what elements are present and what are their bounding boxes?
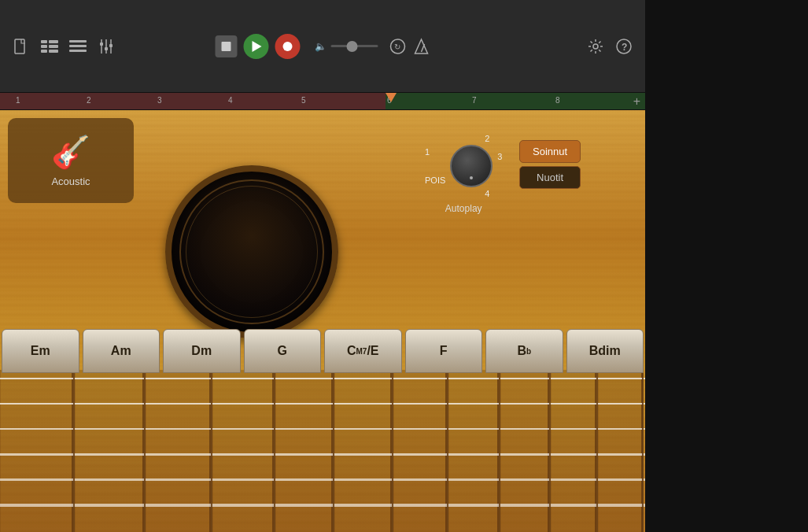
svg-rect-2 xyxy=(49,40,58,43)
knob-num-2: 2 xyxy=(485,134,489,143)
loop-icon[interactable]: ↻ xyxy=(389,38,407,55)
ruler-tick-4: 4 xyxy=(228,96,233,105)
svg-rect-13 xyxy=(100,42,103,46)
svg-text:↻: ↻ xyxy=(394,42,400,51)
soundhole xyxy=(157,157,346,346)
chord-em[interactable]: Em xyxy=(2,329,79,373)
string-5[interactable] xyxy=(0,478,645,481)
ruler-tick-2: 2 xyxy=(87,96,91,105)
ruler-tick-8: 8 xyxy=(555,96,560,105)
instrument-panel[interactable]: 🎸 Acoustic xyxy=(8,118,134,203)
autoplay-knob[interactable] xyxy=(450,145,493,187)
right-sidebar xyxy=(645,0,808,532)
volume-control: 🔈 xyxy=(315,41,378,52)
chord-g[interactable]: G xyxy=(244,329,322,373)
chord-dm[interactable]: Dm xyxy=(163,329,241,373)
svg-rect-4 xyxy=(49,45,58,48)
knob-left-labels: 1 POIS xyxy=(425,147,445,185)
chord-mode-buttons: Soinnut Nuotit xyxy=(519,140,581,189)
svg-rect-3 xyxy=(41,45,47,48)
svg-rect-6 xyxy=(49,50,58,53)
string-3[interactable] xyxy=(0,428,645,430)
ruler-tick-7: 7 xyxy=(472,96,477,105)
autoplay-label: Autoplay xyxy=(445,203,482,214)
svg-rect-8 xyxy=(69,45,87,47)
timeline-ruler[interactable]: 1 2 3 4 5 6 7 8 + xyxy=(0,93,645,110)
guitar-icon: 🎸 xyxy=(51,134,90,171)
svg-point-20 xyxy=(593,44,598,49)
strings-container xyxy=(0,370,645,532)
string-6[interactable] xyxy=(0,504,645,507)
soundhole-circle xyxy=(165,165,338,338)
mixer-icon[interactable] xyxy=(98,38,115,55)
svg-rect-5 xyxy=(41,50,47,53)
svg-rect-7 xyxy=(69,40,87,42)
volume-slider[interactable] xyxy=(331,45,378,47)
svg-rect-15 xyxy=(109,44,113,47)
ruler-numbers: 1 2 3 4 5 6 7 8 xyxy=(0,93,645,109)
svg-rect-0 xyxy=(15,39,24,54)
ruler-tick-5: 5 xyxy=(301,96,306,105)
guitar-area: 🎸 Acoustic 1 POIS 2 xyxy=(0,110,645,532)
string-1[interactable] xyxy=(0,378,645,379)
record-button[interactable] xyxy=(275,34,301,59)
metronome-icon[interactable] xyxy=(413,38,430,55)
playhead[interactable] xyxy=(386,93,397,102)
toolbar: 🔈 ↻ xyxy=(0,0,645,93)
autoplay-panel: 1 POIS 2 4 3 Autoplay xyxy=(425,134,502,214)
track-view-icon[interactable] xyxy=(41,38,58,55)
knob-num-3: 3 xyxy=(497,152,502,161)
svg-rect-1 xyxy=(41,40,47,43)
ruler-tick-3: 3 xyxy=(157,96,162,105)
svg-text:?: ? xyxy=(622,42,627,53)
new-doc-icon[interactable] xyxy=(13,38,30,55)
knob-right-labels: 3 xyxy=(497,152,502,180)
knob-label-1: 1 xyxy=(425,147,445,157)
play-button[interactable] xyxy=(244,34,269,59)
list-view-icon[interactable] xyxy=(69,38,87,55)
soinnut-button[interactable]: Soinnut xyxy=(519,140,581,163)
ruler-tick-1: 1 xyxy=(16,96,20,105)
knob-num-4: 4 xyxy=(485,189,489,198)
string-2[interactable] xyxy=(0,403,645,405)
knob-label-pois: POIS xyxy=(425,175,445,185)
string-4[interactable] xyxy=(0,453,645,456)
chord-am[interactable]: Am xyxy=(83,329,160,373)
chord-bb[interactable]: Bb xyxy=(485,329,563,373)
svg-line-19 xyxy=(422,44,425,52)
chord-cm7e[interactable]: CM7/E xyxy=(324,329,402,373)
help-icon[interactable]: ? xyxy=(615,38,633,55)
stop-button[interactable] xyxy=(216,35,238,57)
nuotit-button[interactable]: Nuotit xyxy=(519,166,581,189)
svg-rect-9 xyxy=(69,50,87,52)
svg-rect-14 xyxy=(105,47,108,50)
chord-bdim[interactable]: Bdim xyxy=(566,329,644,373)
chord-f[interactable]: F xyxy=(405,329,483,373)
add-track-button[interactable]: + xyxy=(633,94,640,109)
chords-bar: Em Am Dm G CM7/E F Bb Bdim xyxy=(0,329,645,373)
instrument-name: Acoustic xyxy=(51,175,90,187)
settings-icon[interactable] xyxy=(587,38,604,55)
